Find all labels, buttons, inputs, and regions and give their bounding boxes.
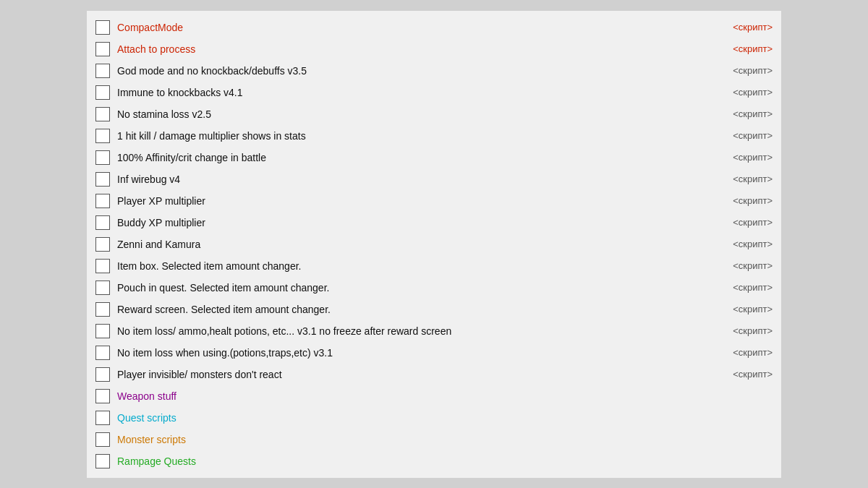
- list-item: 100% Affinity/crit change in battle<скри…: [95, 147, 773, 168]
- item-label: Item box. Selected item amount changer.: [117, 260, 727, 272]
- list-item: Immune to knockbacks v4.1<скрипт>: [95, 82, 773, 103]
- item-checkbox[interactable]: [95, 346, 110, 360]
- item-checkbox[interactable]: [95, 302, 110, 317]
- list-item: Item box. Selected item amount changer.<…: [95, 255, 773, 277]
- item-label: Inf wirebug v4: [117, 174, 727, 185]
- list-item: Player XP multiplier<скрипт>: [95, 190, 773, 212]
- item-checkbox[interactable]: [95, 194, 110, 208]
- item-label: Attach to process: [117, 43, 727, 55]
- item-checkbox[interactable]: [95, 215, 110, 230]
- item-tag: <скрипт>: [733, 239, 773, 249]
- item-tag: <скрипт>: [733, 65, 773, 76]
- item-checkbox[interactable]: [95, 259, 110, 273]
- item-tag: <скрипт>: [733, 43, 773, 54]
- item-tag: <скрипт>: [733, 22, 773, 33]
- item-label: 100% Affinity/crit change in battle: [117, 152, 727, 163]
- item-checkbox[interactable]: [95, 454, 110, 468]
- list-item: Monster scripts: [95, 429, 773, 450]
- item-checkbox[interactable]: [95, 324, 110, 338]
- list-item: No stamina loss v2.5<скрипт>: [95, 103, 773, 125]
- item-checkbox[interactable]: [95, 367, 110, 382]
- item-tag: <скрипт>: [733, 369, 773, 380]
- item-label: Rampage Quests: [117, 455, 773, 467]
- list-item: Zenni and Kamura<скрипт>: [95, 234, 773, 255]
- item-tag: <скрипт>: [733, 108, 773, 119]
- list-item: Quest scripts: [95, 407, 773, 429]
- item-label: Pouch in quest. Selected item amount cha…: [117, 282, 727, 294]
- list-item: Player invisible/ monsters don't react<с…: [95, 364, 773, 385]
- item-label: Player XP multiplier: [117, 195, 727, 207]
- item-label: No item loss/ ammo,healt potions, etc...…: [117, 325, 727, 337]
- item-checkbox[interactable]: [95, 64, 110, 78]
- item-checkbox[interactable]: [95, 20, 110, 35]
- item-checkbox[interactable]: [95, 172, 110, 187]
- item-tag: <скрипт>: [733, 347, 773, 358]
- item-label: Weapon stuff: [117, 390, 773, 402]
- item-tag: <скрипт>: [733, 282, 773, 293]
- list-item: Pouch in quest. Selected item amount cha…: [95, 277, 773, 299]
- item-label: Buddy XP multiplier: [117, 217, 727, 228]
- item-label: Immune to knockbacks v4.1: [117, 87, 727, 98]
- item-tag: <скрипт>: [733, 152, 773, 163]
- item-tag: <скрипт>: [733, 130, 773, 141]
- item-checkbox[interactable]: [95, 129, 110, 143]
- list-item: Buddy XP multiplier<скрипт>: [95, 212, 773, 234]
- item-checkbox[interactable]: [95, 432, 110, 447]
- item-label: Reward screen. Selected item amount chan…: [117, 304, 727, 315]
- item-checkbox[interactable]: [95, 411, 110, 425]
- item-label: CompactMode: [117, 22, 727, 33]
- item-label: 1 hit kill / damage multiplier shows in …: [117, 130, 727, 142]
- item-checkbox[interactable]: [95, 237, 110, 252]
- list-item: No item loss/ ammo,healt potions, etc...…: [95, 320, 773, 342]
- list-item: No item loss when using.(potions,traps,e…: [95, 342, 773, 364]
- item-label: No item loss when using.(potions,traps,e…: [117, 347, 727, 359]
- item-label: Quest scripts: [117, 412, 773, 424]
- list-item: Inf wirebug v4<скрипт>: [95, 168, 773, 190]
- list-item: Attach to process<скрипт>: [95, 38, 773, 60]
- item-checkbox[interactable]: [95, 389, 110, 403]
- item-label: No stamina loss v2.5: [117, 108, 727, 120]
- list-item: Reward screen. Selected item amount chan…: [95, 299, 773, 320]
- item-checkbox[interactable]: [95, 281, 110, 295]
- item-tag: <скрипт>: [733, 217, 773, 228]
- list-item: God mode and no knockback/debuffs v3.5<с…: [95, 60, 773, 82]
- list-item: Rampage Quests: [95, 450, 773, 472]
- item-tag: <скрипт>: [733, 195, 773, 206]
- item-tag: <скрипт>: [733, 174, 773, 184]
- item-tag: <скрипт>: [733, 325, 773, 336]
- item-checkbox[interactable]: [95, 85, 110, 100]
- item-checkbox[interactable]: [95, 150, 110, 165]
- item-checkbox[interactable]: [95, 107, 110, 121]
- list-item: Weapon stuff: [95, 385, 773, 407]
- item-label: Player invisible/ monsters don't react: [117, 369, 727, 380]
- script-list: CompactMode<скрипт>Attach to process<скр…: [87, 11, 781, 478]
- item-label: Monster scripts: [117, 434, 773, 445]
- item-label: Zenni and Kamura: [117, 239, 727, 250]
- item-checkbox[interactable]: [95, 42, 110, 56]
- list-item: 1 hit kill / damage multiplier shows in …: [95, 125, 773, 147]
- list-item: CompactMode<скрипт>: [95, 17, 773, 38]
- item-label: God mode and no knockback/debuffs v3.5: [117, 65, 727, 77]
- item-tag: <скрипт>: [733, 87, 773, 98]
- item-tag: <скрипт>: [733, 260, 773, 271]
- item-tag: <скрипт>: [733, 304, 773, 314]
